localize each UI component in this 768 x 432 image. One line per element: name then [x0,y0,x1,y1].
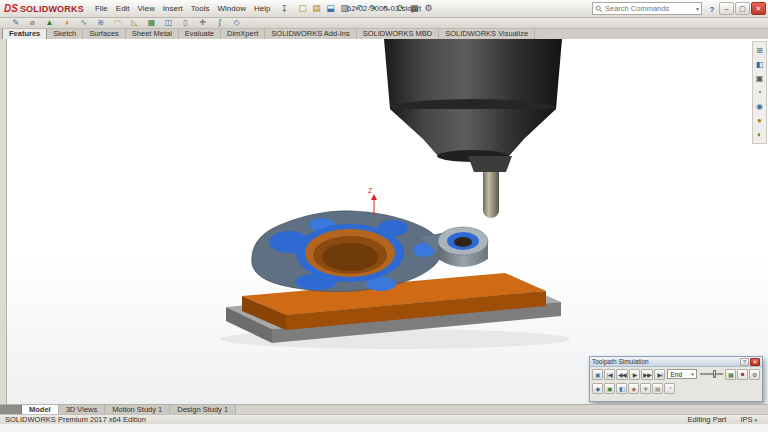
editing-status: Editing Part [688,415,727,424]
menu-bar: FileEditViewInsertToolsWindowHelp [91,2,275,15]
display-style-icon[interactable]: ◔ [754,87,765,98]
swept-boss-icon[interactable]: ∿ [76,18,91,28]
step-forward-button[interactable]: ▶▶ [641,369,653,380]
status-bar: SOLIDWORKS Premium 2017 x64 Edition Edit… [0,414,768,424]
window-controls: – ▢ ✕ [719,2,766,15]
command-tab[interactable]: Sketch [47,28,83,39]
command-tab[interactable]: SOLIDWORKS Add-Ins [265,28,356,39]
model-tabs-bar: Model3D ViewsMotion Study 1Design Study … [0,404,768,414]
bottom-strip [0,424,768,432]
simulation-mode-icon[interactable]: ▣ [592,369,603,380]
end-condition-select[interactable]: End ▾ [667,369,696,379]
search-input[interactable] [605,4,694,13]
xyz-axes-button[interactable]: ✛ [640,383,651,394]
close-button[interactable]: ✕ [751,2,766,15]
main-toolbar: ✎⌀▲◑∿≋◠◺▦◫▯✛∫◇ [0,18,768,29]
curves-icon[interactable]: ∫ [212,18,227,28]
display-options-button[interactable]: ◔ [664,383,675,394]
menu-item[interactable]: Edit [112,2,134,15]
options-icon[interactable]: ⚙ [422,2,435,16]
show-holder-button[interactable]: ▣ [604,383,615,394]
instant3d-icon[interactable]: ◇ [229,18,244,28]
revolved-boss-icon[interactable]: ◑ [59,18,74,28]
model-tab[interactable]: Model [22,405,59,414]
dialog-title-bar[interactable]: Toolpath Simulation ? ✕ [590,357,762,367]
cutting-tool [483,172,499,218]
command-tab[interactable]: Sheet Metal [126,28,179,39]
menu-item[interactable]: Window [214,2,250,15]
model-tab[interactable]: Motion Study 1 [105,405,170,414]
reference-geometry-icon[interactable]: ✛ [195,18,210,28]
mirror-icon[interactable]: ◫ [161,18,176,28]
minimize-button[interactable]: – [719,2,734,15]
menu-item[interactable]: View [134,2,159,15]
menu-item[interactable]: Insert [159,2,187,15]
featuremanager-collapsed-panel[interactable] [0,39,7,404]
shell-icon[interactable]: ▯ [178,18,193,28]
machine-spindle [384,39,562,218]
dialog-help-button[interactable]: ? [740,358,749,366]
units-value: IPS [740,415,752,424]
go-to-start-button[interactable]: |◀ [604,369,615,380]
graphics-viewport[interactable]: Z [0,39,768,404]
pin-menu-icon[interactable]: ↧ [277,4,291,14]
zoom-fit-icon[interactable]: ⊞ [754,45,765,56]
slider-thumb[interactable] [713,370,716,378]
view-tools-sidebar: ⊞◧▣◔◉●◐ [752,41,767,144]
document-title: 62-02-9000-03.sldprt [347,0,421,18]
menu-item[interactable]: Tools [187,2,214,15]
playback-controls-row: ▣|◀◀◀▶▶▶▶| End ▾ ▦■⚙ [590,367,762,381]
search-box: ▾ [592,2,702,15]
command-tab[interactable]: SOLIDWORKS MBD [357,28,440,39]
statistics-button[interactable]: ▤ [652,383,663,394]
section-view-icon[interactable]: ◧ [754,59,765,70]
show-tool-button[interactable]: ◆ [592,383,603,394]
go-to-end-button[interactable]: ▶| [654,369,665,380]
command-tab[interactable]: Evaluate [179,28,221,39]
appearance-icon[interactable]: ● [754,115,765,126]
show-toolpath-button[interactable]: ▦ [725,369,736,380]
command-tab[interactable]: Surfaces [83,28,126,39]
search-dropdown-arrow[interactable]: ▾ [696,5,699,12]
fillet-icon[interactable]: ◠ [110,18,125,28]
open-document-icon[interactable]: ▤ [310,2,323,16]
lofted-boss-icon[interactable]: ≋ [93,18,108,28]
model-tab[interactable]: 3D Views [59,405,106,414]
sketch-icon[interactable]: ✎ [8,18,23,28]
new-document-icon[interactable]: ▢ [296,2,309,16]
step-back-button[interactable]: ◀◀ [616,369,628,380]
3d-scene: Z [0,39,768,404]
save-icon[interactable]: ⬓ [324,2,337,16]
maximize-button[interactable]: ▢ [735,2,750,15]
smart-dimension-icon[interactable]: ⌀ [25,18,40,28]
title-bar: DS SOLIDWORKS FileEditViewInsertToolsWin… [0,0,768,18]
select-dropdown-arrow: ▾ [691,371,694,377]
menu-item[interactable]: Help [250,2,274,15]
extruded-boss-icon[interactable]: ▲ [42,18,57,28]
linear-pattern-icon[interactable]: ▦ [144,18,159,28]
pane-splitter-icon[interactable] [0,405,22,414]
units-selector[interactable]: IPS ▾ [740,415,757,424]
section-view-button[interactable]: ◧ [616,383,627,394]
scene-icon[interactable]: ◐ [754,129,765,140]
play-button[interactable]: ▶ [629,369,640,380]
dialog-close-button[interactable]: ✕ [750,358,760,366]
menu-item[interactable]: File [91,2,112,15]
display-options-row: ◆▣◧◈✛▤◔ [590,381,762,395]
chamfer-icon[interactable]: ◺ [127,18,142,28]
z-axis-indicator: Z [368,187,377,215]
command-tab[interactable]: DimXpert [221,28,265,39]
edition-text: SOLIDWORKS Premium 2017 x64 Edition [5,415,688,424]
collision-check-button[interactable]: ◈ [628,383,639,394]
simulation-speed-slider[interactable] [700,369,723,379]
model-tab[interactable]: Design Study 1 [170,405,236,414]
command-tab[interactable]: SOLIDWORKS Visualize [439,28,535,39]
hide-show-icon[interactable]: ◉ [754,101,765,112]
help-icon[interactable]: ? [706,3,718,15]
slider-track [700,373,723,375]
simulation-options-button[interactable]: ⚙ [749,369,760,380]
stop-button[interactable]: ■ [737,369,748,380]
logo-ds-icon: DS [4,3,18,14]
view-orientation-icon[interactable]: ▣ [754,73,765,84]
units-dropdown-arrow: ▾ [754,417,757,423]
